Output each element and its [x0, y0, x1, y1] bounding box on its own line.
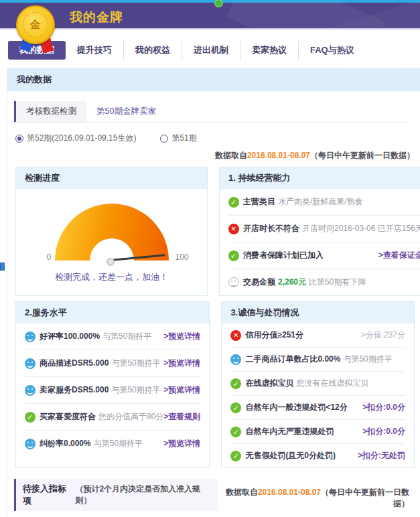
service-row-item-dsr: 商品描述DSR5.000 与第50期持平 >预览详情 — [25, 350, 200, 377]
integrity-panel-title: 3.诚信与处罚情况 — [222, 302, 414, 323]
progress-gauge: 0 100 — [55, 204, 169, 261]
sustain-panel: 1. 持续经营能力 主营类目 水产肉类/新鲜蔬果/熟食 开店时长不符合 开店时间… — [219, 167, 420, 296]
page-title: 我的金牌 — [70, 9, 123, 26]
cross-icon — [228, 224, 239, 234]
note-suffix: （每日中午更新前一日数据） — [321, 488, 409, 508]
row-detail: 与第50期持平 — [111, 384, 160, 396]
check-icon — [228, 197, 239, 208]
note-date-range: 2016.08.01-08.07 — [258, 488, 321, 497]
service-panel: 2.服务水平 好评率100.000% 与第50期持平 >预览详情 商品描述DSR… — [15, 301, 210, 468]
cross-icon — [230, 330, 241, 341]
preview-detail-link[interactable]: >预览详情 — [163, 331, 200, 342]
row-label: 买家喜爱度符合 — [40, 411, 96, 423]
subtab-assessment-check[interactable]: 考核数据检测 — [16, 101, 86, 122]
medal-circle: 金 — [16, 5, 55, 44]
row-label: 商品描述DSR5.000 — [40, 358, 109, 369]
preview-detail-link[interactable]: >预览详情 — [163, 384, 200, 396]
row-label: 好评率100.000% — [40, 331, 100, 342]
integrity-row-serious-violation: 自然年内无严重违规处罚 >扣分:0.0分 — [230, 420, 405, 444]
sustain-row-category: 主营类目 水产肉类/新鲜蔬果/熟食 — [228, 189, 420, 216]
note-prefix: 数据取自 — [215, 151, 247, 160]
gauge-hub — [107, 258, 115, 266]
integrity-row-general-violation: 自然年内一般违规处罚<12分 >扣分:0.0分 — [230, 396, 405, 420]
side-panel-handle[interactable] — [0, 263, 5, 271]
check-icon — [230, 378, 241, 389]
tab-my-benefits[interactable]: 我的权益 — [123, 41, 182, 60]
panels-row-2: 2.服务水平 好评率100.000% 与第50期持平 >预览详情 商品描述DSR… — [15, 301, 415, 468]
view-rules-link[interactable]: >查看规则 — [163, 411, 200, 423]
note-suffix: （每日中午更新前一日数据） — [310, 151, 415, 160]
row-label: 在线虚拟宝贝 — [245, 378, 293, 389]
sustain-row-transaction-amount: 交易金额 2,260元 比第50期有下降 — [228, 269, 420, 295]
period-51-label: 第51期 — [171, 133, 196, 144]
data-source-note: 数据取自2016.08.01-08.07（每日中午更新前一日数据） — [7, 150, 420, 161]
row-label: 主营类目 — [243, 196, 275, 208]
row-label: 自然年内无严重违规处罚 — [245, 426, 334, 437]
row-detail: 您没有在线虚拟宝贝 — [296, 378, 368, 389]
period-option-52[interactable]: 第52期(2016.09.01-09.15生效) — [15, 133, 136, 144]
subtab-bar: 考核数据检测 第50期金牌卖家 — [14, 101, 411, 123]
row-detail: 与第50期持平 — [343, 354, 392, 365]
period-option-51[interactable]: 第51期 — [160, 133, 196, 144]
preview-detail-link[interactable]: >预览详情 — [163, 358, 200, 369]
service-row-dispute-rate: 纠纷率0.000% 与第50期持平 >预览详情 — [25, 431, 200, 457]
notification-dot — [214, 0, 223, 7]
view-deposit-link[interactable]: >查看保证金 — [378, 250, 420, 261]
pending-subtitle: （预计2个月内决定是否加入准入规则） — [75, 484, 210, 506]
row-detail: 水产肉类/新鲜蔬果/熟食 — [278, 196, 363, 208]
pending-title: 待接入指标项 — [23, 483, 73, 507]
check-icon — [230, 451, 241, 461]
row-label: 消费者保障计划已加入 — [243, 250, 324, 261]
gauge-caption: 检测完成，还差一点，加油！ — [16, 271, 207, 283]
row-label: 卖家服务DSR5.000 — [40, 384, 109, 396]
pending-title-box: 待接入指标项 （预计2个月内决定是否加入准入规则） — [16, 479, 218, 511]
check-icon — [230, 402, 241, 413]
subtab-period50-gold-seller[interactable]: 第50期金牌卖家 — [86, 101, 166, 122]
check-icon — [25, 412, 36, 423]
data-source-note: 数据取自2016.08.01-08.07（每日中午更新前一日数据） — [218, 487, 415, 510]
row-detail: 与第50期持平 — [102, 331, 151, 342]
integrity-row-virtual-items: 在线虚拟宝贝 您没有在线虚拟宝贝 — [230, 372, 405, 396]
deduction-link[interactable]: >扣分:0.0分 — [362, 402, 405, 413]
neutral-face-icon — [228, 277, 239, 287]
integrity-row-secondhand-ratio: 二手商品订单数占比0.00% 与第50期持平 — [230, 348, 405, 372]
row-label: 信用分值≥251分 — [245, 329, 303, 341]
note-prefix: 数据取自 — [226, 488, 258, 497]
row-detail: 与第50期持平 — [94, 438, 143, 449]
integrity-row-credit-score: 信用分值≥251分 >分值:237分 — [230, 323, 405, 348]
smiley-icon — [230, 354, 241, 365]
row-detail: 开店时间2016-03-06 已开店156天 — [302, 223, 420, 234]
gauge-max-label: 100 — [175, 252, 188, 262]
check-icon — [228, 250, 239, 261]
gauge-min-label: 0 — [47, 252, 52, 262]
period-selector: 第52期(2016.09.01-09.15生效) 第51期 — [15, 133, 420, 144]
row-detail: 比第50期有下降 — [309, 277, 366, 288]
smiley-icon — [25, 358, 36, 369]
amount-value: 2,260元 — [278, 277, 306, 288]
radio-selected-icon[interactable] — [15, 135, 23, 143]
page-banner: 金 我的金牌 — [0, 3, 420, 29]
pending-section-header: 待接入指标项 （预计2个月内决定是否加入准入规则） 数据取自2016.08.01… — [14, 479, 415, 511]
service-row-buyer-favor: 买家喜爱度符合 您的分值高于80分 >查看规则 — [25, 404, 200, 431]
preview-detail-link[interactable]: >预览详情 — [163, 438, 200, 449]
panels-row-1: 检测进度 0 100 检测完成，还差一点，加油！ 1. 持续经营能力 主营类目 — [15, 167, 415, 296]
integrity-panel: 3.诚信与处罚情况 信用分值≥251分 >分值:237分 二手商品订单数占比0.… — [221, 301, 415, 468]
service-row-seller-dsr: 卖家服务DSR5.000 与第50期持平 >预览详情 — [25, 377, 200, 404]
score-note: >分值:237分 — [361, 329, 405, 341]
integrity-row-counterfeit: 无售假处罚(且无0分处罚) >扣分:无处罚 — [230, 444, 405, 467]
service-row-positive-rate: 好评率100.000% 与第50期持平 >预览详情 — [25, 323, 200, 350]
service-panel-title: 2.服务水平 — [16, 302, 209, 323]
row-label: 开店时长不符合 — [243, 223, 299, 234]
tab-improve-skills[interactable]: 提升技巧 — [66, 41, 123, 60]
deduction-link[interactable]: >扣分:0.0分 — [362, 426, 405, 437]
smiley-icon — [25, 439, 36, 449]
tab-entry-exit-rules[interactable]: 进出机制 — [182, 41, 240, 60]
smiley-icon — [25, 385, 36, 396]
row-label: 二手商品订单数占比0.00% — [245, 354, 340, 365]
sustain-row-consumer-protection: 消费者保障计划已加入 >查看保证金 — [228, 242, 420, 269]
row-label: 纠纷率0.000% — [40, 438, 91, 449]
deduction-link[interactable]: >扣分:无处罚 — [358, 450, 405, 461]
row-detail: 您的分值高于80分 — [98, 411, 163, 423]
radio-unselected-icon[interactable] — [160, 135, 168, 143]
smiley-icon — [25, 331, 36, 342]
